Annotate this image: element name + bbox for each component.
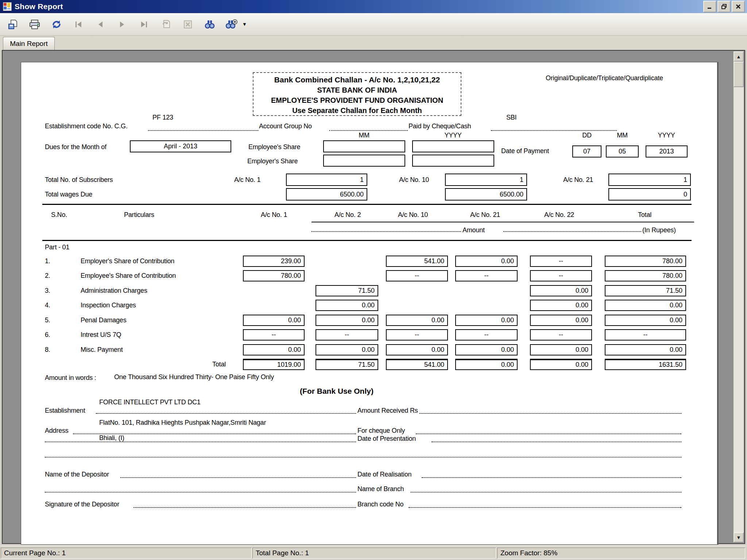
cell-r8-ac10: 0.00 <box>386 344 448 355</box>
row-no: 2. <box>45 272 50 280</box>
subscribers-ac1-box: 1 <box>286 174 367 186</box>
col-sno: S.No. <box>51 211 67 219</box>
dues-month-value-box: April - 2013 <box>130 140 231 152</box>
subscribers-ac21-box: 1 <box>608 174 691 186</box>
establishment-value: FORCE INTELLECT PVT LTD DC1 <box>99 398 201 406</box>
account-group-leader <box>329 130 408 131</box>
scroll-down-icon[interactable]: ▼ <box>734 532 744 542</box>
zoom-icon[interactable] <box>225 18 238 31</box>
cell-r8-ac21: 0.00 <box>455 344 518 355</box>
restore-button[interactable] <box>717 1 731 12</box>
cancel-loading-icon[interactable] <box>182 18 194 31</box>
zoom-dropdown-caret[interactable]: ▼ <box>242 22 247 27</box>
cell-total-ac1: 1019.00 <box>243 359 305 370</box>
date-realisation-leader <box>422 477 681 478</box>
challan-note: Use Separate Challan for Each Month <box>253 105 461 116</box>
app-icon <box>3 2 12 11</box>
ac10-label: A/c No. 10 <box>399 176 429 184</box>
cell-r1-ac21: 0.00 <box>455 256 518 267</box>
bank-name: STATE BANK OF INDIA <box>253 85 461 95</box>
titlebar[interactable]: Show Report <box>0 0 747 13</box>
cell-r6-ac21: -- <box>455 329 518 341</box>
close-button[interactable] <box>732 1 745 12</box>
amount-label: Amount <box>462 226 485 234</box>
scrollbar-thumb[interactable] <box>734 62 744 87</box>
table-top-rule <box>42 204 692 205</box>
window-title: Show Report <box>15 2 702 11</box>
est-code-label: Establishment code No. C.G. <box>45 122 128 130</box>
cell-r3-ac2: 71.50 <box>316 285 378 296</box>
cell-r3-ac22: 0.00 <box>530 285 592 296</box>
subscribers-ac10-box: 1 <box>445 174 527 186</box>
payment-dd-header: DD <box>576 132 598 139</box>
vertical-scrollbar[interactable]: ▲ ▼ <box>734 51 744 542</box>
est-code-leader <box>148 130 258 131</box>
status-total-page: Total Page No.: 1 <box>252 548 496 559</box>
date-presentation-leader <box>431 442 681 442</box>
challan-title: Bank Combined Challan - A/c No. 1,2,10,2… <box>253 75 461 85</box>
cell-r5-ac21: 0.00 <box>455 315 518 326</box>
wages-ac21-box: 0 <box>608 188 691 201</box>
col-total: Total <box>638 211 651 219</box>
amount-received-label: Amount Received Rs <box>357 407 418 415</box>
cell-r8-ac2: 0.00 <box>316 344 378 355</box>
paid-by-label: Paid by Cheque/Cash <box>409 122 471 130</box>
status-zoom-factor: Zoom Factor: 85% <box>497 548 745 559</box>
cell-r2-total: 780.00 <box>605 270 686 281</box>
cell-total-ac22: 0.00 <box>530 359 592 370</box>
export-report-icon[interactable] <box>7 18 19 31</box>
row-no: 5. <box>45 316 50 324</box>
cell-r4-ac22: 0.00 <box>530 300 592 311</box>
cell-r6-ac10: -- <box>386 329 448 341</box>
row-label: Misc. Payment <box>81 346 123 354</box>
tab-main-report[interactable]: Main Report <box>3 37 55 50</box>
col-ac10: A/c No. 10 <box>398 211 428 219</box>
branch-leader <box>411 492 681 493</box>
cell-r1-ac1: 239.00 <box>243 256 305 267</box>
row-label: Employer's Share of Contribution <box>81 257 174 265</box>
paid-by-leader <box>491 130 617 131</box>
part-label: Part - 01 <box>45 244 69 251</box>
cell-total-total: 1631.50 <box>605 359 686 370</box>
minimize-button[interactable] <box>703 1 716 12</box>
cell-total-ac21: 0.00 <box>455 359 518 370</box>
signature-label: Signature of the Depositor <box>45 501 119 508</box>
date-realisation-label: Date of Realisation <box>357 471 411 478</box>
report-page: Bank Combined Challan - A/c No. 1,2,10,2… <box>21 62 717 545</box>
report-viewer: Bank Combined Challan - A/c No. 1,2,10,2… <box>2 50 745 544</box>
address-line2-leader <box>45 442 356 442</box>
wages-ac10-box: 6500.00 <box>445 188 527 201</box>
cell-r5-ac10: 0.00 <box>386 315 448 326</box>
next-page-icon[interactable] <box>116 18 128 31</box>
col-ac2: A/c No. 2 <box>334 211 361 219</box>
scroll-up-icon[interactable]: ▲ <box>734 51 744 62</box>
in-rupees-label: (In Rupees) <box>642 226 676 234</box>
print-report-icon[interactable] <box>28 18 41 31</box>
amount-received-leader <box>419 413 681 414</box>
cell-r2-ac21: -- <box>455 270 518 281</box>
tab-main-report-label: Main Report <box>10 40 48 48</box>
signature-leader <box>133 507 356 508</box>
depositor-leader <box>120 477 356 478</box>
status-current-page: Current Page No.: 1 <box>1 548 252 559</box>
cell-r4-total: 0.00 <box>605 300 686 311</box>
cell-r6-ac2: -- <box>316 329 378 341</box>
go-to-page-icon[interactable] <box>160 18 172 31</box>
cell-total-ac10: 541.00 <box>386 359 448 370</box>
table-sub-rule <box>311 222 694 222</box>
find-text-icon[interactable] <box>204 18 216 31</box>
employer-share-mm-box <box>323 155 405 167</box>
statusbar: Current Page No.: 1 Total Page No.: 1 Zo… <box>0 546 747 560</box>
cell-r8-total: 0.00 <box>605 344 686 355</box>
previous-page-icon[interactable] <box>94 18 107 31</box>
cell-r2-ac1: 780.00 <box>243 270 305 281</box>
cell-r5-ac1: 0.00 <box>243 315 305 326</box>
row-no: 3. <box>45 287 50 295</box>
share-mm-header: MM <box>355 132 373 139</box>
cell-r1-ac22: -- <box>530 256 592 267</box>
last-page-icon[interactable] <box>138 18 150 31</box>
cell-total-ac2: 71.50 <box>316 359 378 370</box>
for-cheque-label: For cheque Only <box>357 427 405 435</box>
refresh-icon[interactable] <box>50 18 63 31</box>
first-page-icon[interactable] <box>72 18 85 31</box>
